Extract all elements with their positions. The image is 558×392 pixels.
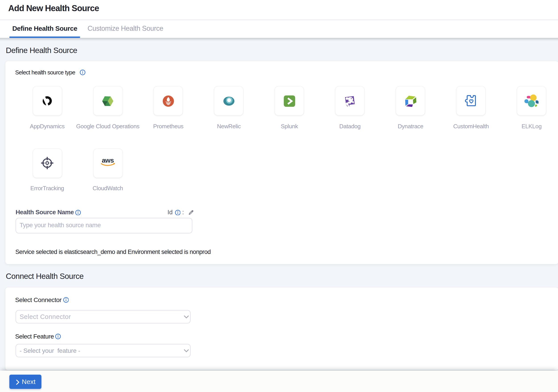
- svg-text:aws: aws: [102, 157, 114, 164]
